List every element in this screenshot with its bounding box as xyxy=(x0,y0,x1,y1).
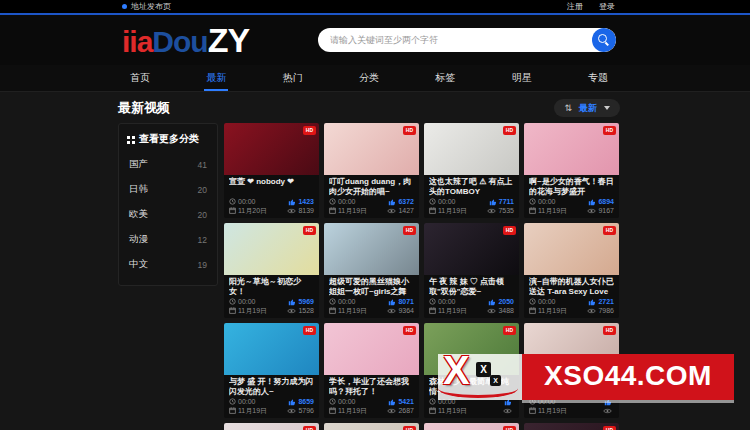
video-thumbnail[interactable]: HD xyxy=(224,123,319,175)
eye-icon xyxy=(503,408,512,414)
sort-dropdown[interactable]: ⇅ 最新 xyxy=(554,99,620,117)
video-title[interactable]: 午 夜 辣 妹 ♡ 点击领取"双份"恋爱~ xyxy=(429,277,514,296)
nav-item[interactable]: 标签 xyxy=(433,65,457,91)
view-count: 5796 xyxy=(298,407,314,414)
chevron-down-icon xyxy=(604,106,610,110)
nav: 首页最新热门分类标签明星专题 xyxy=(0,65,750,92)
upload-date: 11月19日 xyxy=(438,207,467,214)
video-card[interactable]: HD 演~自带的机器人女仆已送达 T-ara Sexy Love 00:00 2… xyxy=(524,223,619,318)
upload-date: 11月19日 xyxy=(438,307,467,314)
video-thumbnail[interactable]: HD xyxy=(224,423,319,430)
nav-item[interactable]: 热门 xyxy=(281,65,305,91)
video-thumbnail[interactable]: HD xyxy=(224,223,319,275)
calendar-icon xyxy=(429,307,436,314)
like-count: 7711 xyxy=(499,198,514,205)
register-link[interactable]: 注册 xyxy=(567,1,583,12)
upload-date: 11月19日 xyxy=(338,207,367,214)
thumbs-up-icon xyxy=(288,298,296,306)
thumbs-up-icon xyxy=(288,198,296,206)
video-card[interactable]: HD 啊~是少女的香气！春日的花海与梦盛开 00:00 6894 xyxy=(524,123,619,218)
video-title[interactable]: 啊~是少女的香气！春日的花海与梦盛开 xyxy=(529,177,614,196)
video-title[interactable]: 宣萱 ❤ nobody ❤ xyxy=(229,177,314,196)
logo-part-white: ZY xyxy=(208,21,249,59)
video-title[interactable]: 演~自带的机器人女仆已送达 T-ara Sexy Love xyxy=(529,277,614,296)
video-thumbnail[interactable]: HD xyxy=(324,423,419,430)
sidebar-category-item[interactable]: 欧美20 xyxy=(127,202,209,227)
view-count: 9364 xyxy=(398,307,414,314)
video-card[interactable]: HD 叮叮duang duang，肉肉少女开始的唱~ 00:00 6372 xyxy=(324,123,419,218)
video-card[interactable]: HD 超级可爱的黑丝猫娘小姐姐一枚叮~girls之舞 00:00 8071 xyxy=(324,223,419,318)
video-title[interactable]: 超级可爱的黑丝猫娘小姐姐一枚叮~girls之舞 xyxy=(329,277,414,296)
video-title[interactable]: 阳光～草地～初恋少女！ xyxy=(229,277,314,296)
logo[interactable]: iiaDouZY xyxy=(122,21,249,61)
calendar-icon xyxy=(329,307,336,314)
video-card[interactable]: HD 阳光～草地～初恋少女！ 00:00 5969 xyxy=(224,223,319,318)
sidebar-category-item[interactable]: 日韩20 xyxy=(127,177,209,202)
eye-icon xyxy=(487,208,496,214)
video-thumbnail[interactable]: HD xyxy=(524,223,619,275)
video-thumbnail[interactable]: HD xyxy=(424,123,519,175)
video-card[interactable]: HD 学长，毕业了还会想我吗？拜托了！ 00:00 5421 xyxy=(324,323,419,418)
search-bar xyxy=(318,28,616,52)
upload-date: 11月19日 xyxy=(538,407,567,414)
sidebar-category-item[interactable]: 动漫12 xyxy=(127,227,209,252)
category-label: 中文 xyxy=(129,258,148,271)
video-thumbnail[interactable]: HD xyxy=(324,323,419,375)
category-sidebar: 查看更多分类 国产41日韩20欧美20动漫12中文19 xyxy=(118,123,218,286)
sidebar-category-item[interactable]: 国产41 xyxy=(127,152,209,177)
video-thumbnail[interactable]: HD xyxy=(524,123,619,175)
site-nav-link[interactable]: 地址发布页 xyxy=(122,1,171,12)
view-count: 1427 xyxy=(398,207,414,214)
thumbs-up-icon xyxy=(489,198,497,206)
video-title[interactable]: 学长，毕业了还会想我吗？拜托了！ xyxy=(329,377,414,396)
video-card[interactable]: HD xyxy=(424,423,519,430)
video-card[interactable]: HD xyxy=(324,423,419,430)
hd-badge: HD xyxy=(603,226,616,235)
video-thumbnail[interactable]: HD xyxy=(424,223,519,275)
video-title[interactable]: 这也太辣了吧 ⚠ 有点上头的TOMBOY xyxy=(429,177,514,196)
calendar-icon xyxy=(229,407,236,414)
search-button[interactable] xyxy=(592,28,616,52)
video-card[interactable]: HD 这也太辣了吧 ⚠ 有点上头的TOMBOY 00:00 7711 xyxy=(424,123,519,218)
nav-item[interactable]: 最新 xyxy=(204,65,228,91)
thumbs-up-icon xyxy=(388,298,396,306)
hd-badge: HD xyxy=(503,426,516,430)
category-count: 41 xyxy=(198,160,207,170)
calendar-icon xyxy=(529,307,536,314)
video-card[interactable]: HD xyxy=(224,423,319,430)
like-count: 5969 xyxy=(298,298,314,305)
clock-icon xyxy=(329,298,336,305)
calendar-icon xyxy=(329,407,336,414)
video-duration: 00:00 xyxy=(538,298,556,305)
video-card[interactable]: HD 午 夜 辣 妹 ♡ 点击领取"双份"恋爱~ 00:00 2050 xyxy=(424,223,519,318)
upload-date: 11月19日 xyxy=(338,407,367,414)
sidebar-category-item[interactable]: 中文19 xyxy=(127,252,209,277)
search-input[interactable] xyxy=(318,35,592,45)
video-card[interactable]: HD 宣萱 ❤ nobody ❤ 00:00 1423 xyxy=(224,123,319,218)
nav-item[interactable]: 首页 xyxy=(128,65,152,91)
view-count: 8139 xyxy=(298,207,314,214)
video-title[interactable]: 与梦 盛 开！努力成为闪闪发光的人~ xyxy=(229,377,314,396)
video-card[interactable]: HD 与梦 盛 开！努力成为闪闪发光的人~ 00:00 8659 xyxy=(224,323,319,418)
video-card[interactable]: HD xyxy=(524,423,619,430)
login-link[interactable]: 登录 xyxy=(599,1,615,12)
video-thumbnail[interactable]: HD xyxy=(524,423,619,430)
search-icon xyxy=(598,34,607,43)
video-thumbnail[interactable]: HD xyxy=(324,223,419,275)
nav-item[interactable]: 专题 xyxy=(586,65,610,91)
watermark: X X X XSO44.COM xyxy=(438,354,734,400)
calendar-icon xyxy=(429,407,436,414)
category-count: 20 xyxy=(198,210,207,220)
nav-item[interactable]: 明星 xyxy=(510,65,534,91)
video-thumbnail[interactable]: HD xyxy=(424,423,519,430)
video-title[interactable]: 叮叮duang duang，肉肉少女开始的唱~ xyxy=(329,177,414,196)
like-count: 2050 xyxy=(498,298,514,305)
eye-icon xyxy=(587,208,596,214)
category-count: 19 xyxy=(198,260,207,270)
calendar-icon xyxy=(429,207,436,214)
video-thumbnail[interactable]: HD xyxy=(224,323,319,375)
nav-item[interactable]: 分类 xyxy=(357,65,381,91)
video-duration: 00:00 xyxy=(538,198,556,205)
video-thumbnail[interactable]: HD xyxy=(324,123,419,175)
clock-icon xyxy=(429,198,436,205)
